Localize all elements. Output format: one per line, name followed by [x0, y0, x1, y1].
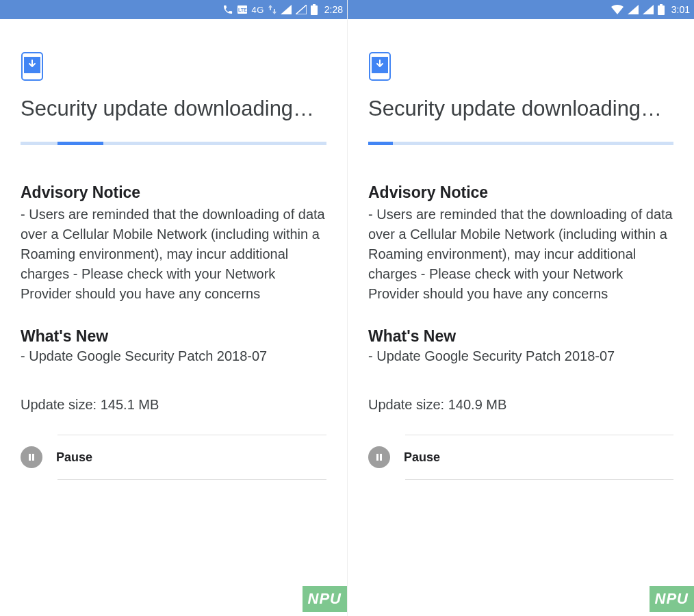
signal-icon — [281, 0, 292, 19]
lte-badge: LTE — [237, 5, 247, 14]
divider — [405, 479, 673, 480]
update-size: Update size: 145.1 MB — [21, 397, 326, 413]
clock: 3:01 — [671, 0, 690, 19]
download-update-icon — [21, 52, 44, 81]
watermark: NPU — [303, 586, 347, 612]
clock: 2:28 — [324, 0, 343, 19]
battery-icon — [658, 0, 665, 19]
page-content: Security update downloading… Advisory No… — [0, 19, 347, 616]
signal-icon — [628, 0, 639, 19]
progress-bar — [368, 142, 673, 145]
download-update-icon — [368, 52, 391, 81]
advisory-text: - Users are reminded that the downloadin… — [21, 205, 326, 304]
progress-fill — [57, 142, 103, 145]
divider — [57, 479, 326, 480]
watermark: NPU — [650, 586, 694, 612]
progress-bar — [21, 142, 326, 145]
whatsnew-heading: What's New — [21, 327, 326, 346]
phone-icon — [222, 0, 233, 19]
status-bar: LTE 4G 2:28 — [0, 0, 347, 19]
advisory-heading: Advisory Notice — [368, 183, 673, 202]
battery-icon — [311, 0, 318, 19]
page-title: Security update downloading… — [368, 96, 673, 121]
svg-rect-0 — [313, 4, 316, 5]
data-arrows-icon — [268, 0, 277, 19]
phone-screen: LTE 4G 2:28 Security update downloading…… — [0, 0, 347, 616]
advisory-heading: Advisory Notice — [21, 183, 326, 202]
pause-button[interactable]: Pause — [368, 435, 673, 479]
svg-rect-6 — [660, 4, 663, 5]
svg-rect-4 — [29, 454, 31, 461]
wifi-icon — [611, 0, 624, 19]
svg-rect-7 — [658, 5, 665, 15]
advisory-text: - Users are reminded that the downloadin… — [368, 205, 673, 304]
action-area: Pause — [368, 435, 673, 480]
update-size: Update size: 140.9 MB — [368, 397, 673, 413]
signal-icon — [643, 0, 654, 19]
page-title: Security update downloading… — [21, 96, 326, 121]
pause-label: Pause — [56, 450, 92, 465]
page-content: Security update downloading… Advisory No… — [348, 19, 694, 616]
whatsnew-text: - Update Google Security Patch 2018-07 — [368, 348, 673, 364]
network-type: 4G — [251, 0, 264, 19]
progress-fill — [368, 142, 393, 145]
svg-rect-1 — [311, 5, 318, 15]
action-area: Pause — [21, 435, 326, 480]
svg-rect-5 — [32, 454, 34, 461]
svg-rect-11 — [380, 454, 382, 461]
whatsnew-heading: What's New — [368, 327, 673, 346]
phone-screen: 3:01 Security update downloading… Adviso… — [347, 0, 694, 616]
pause-label: Pause — [404, 450, 440, 465]
pause-icon — [368, 446, 390, 468]
signal-empty-icon — [296, 0, 307, 19]
svg-rect-10 — [376, 454, 378, 461]
whatsnew-text: - Update Google Security Patch 2018-07 — [21, 348, 326, 364]
status-bar: 3:01 — [348, 0, 694, 19]
pause-button[interactable]: Pause — [21, 435, 326, 479]
pause-icon — [21, 446, 42, 468]
